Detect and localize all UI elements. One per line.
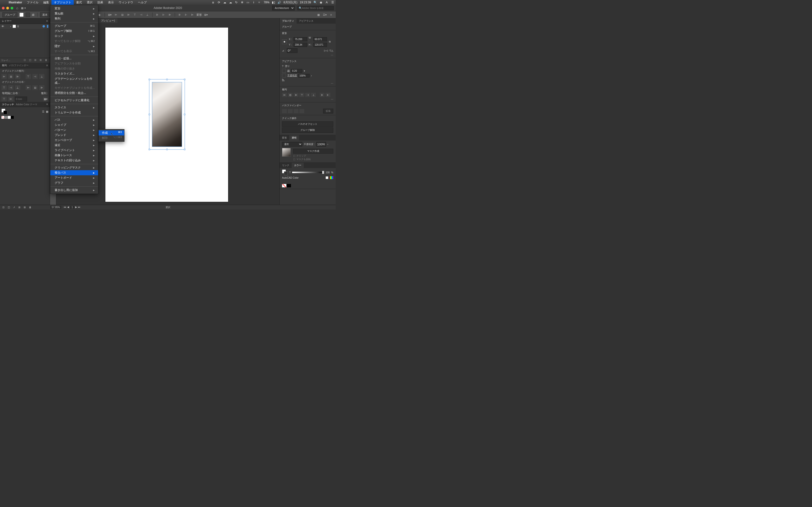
handle-t[interactable] [166,79,168,80]
al2[interactable]: ⊟ [288,93,293,97]
angle-input[interactable] [287,48,298,53]
menu-item[interactable]: グループ⌘G [50,23,98,29]
dist-t-btn[interactable]: ⊤ [1,85,7,90]
menubar-date[interactable]: 8月3日(月) [284,0,297,5]
align-right-icon[interactable]: ⊫ [126,12,131,17]
dist-r-btn[interactable]: ⊫ [39,85,45,90]
fill-stroke-swatch[interactable] [1,109,7,114]
new-layer-icon[interactable]: ⊞ [40,59,43,62]
expand-icon[interactable]: › [10,25,11,28]
menu-item[interactable]: グループ解除⇧⌘G [50,29,98,34]
menu-item[interactable]: ラスタライズ... [50,71,98,76]
menu-item[interactable]: グラフ▶ [50,180,98,185]
align-hcenter-icon[interactable]: ⊟ [120,12,124,17]
stroke-label[interactable]: 線 [287,69,290,72]
foot-i4[interactable]: ⊞ [18,206,22,209]
fill-swatch[interactable]: ? [19,12,24,17]
swatch-menu-icon[interactable]: ≡ [46,103,48,106]
dist-l-btn[interactable]: ⊨ [26,85,31,90]
target-icon[interactable] [43,25,45,27]
fan-icon[interactable]: ✲ [241,1,244,4]
workspace-select[interactable]: Architecture [272,6,295,10]
stock-search[interactable]: 🔍 [298,6,334,10]
spacing-input[interactable] [15,97,27,101]
color-fill-stroke[interactable] [282,169,288,175]
al8[interactable]: ⊩ [325,93,331,97]
align-to-btn[interactable]: ▦▾ [43,97,48,101]
transparency-thumb[interactable] [282,148,291,157]
opacity-input2[interactable] [298,74,310,77]
spotlight-icon[interactable]: 🔍 [313,1,317,4]
foot-trash-icon[interactable]: 🗑 [29,206,33,209]
basic-label[interactable]: 基本 [40,12,50,17]
dist4-icon[interactable]: ⊪ [177,12,182,17]
ungroup-button[interactable]: グループ解除 [282,127,333,133]
menu-item[interactable]: 遠近▶ [50,143,98,148]
handle-br[interactable] [184,149,185,150]
align-panel-header[interactable]: 整列 パスファインダー ≡ [0,63,50,68]
opacity-chip[interactable] [282,74,286,77]
search-input[interactable] [302,7,333,9]
menu-item[interactable]: ロック▶ [50,34,98,39]
al1[interactable]: ⊨ [282,93,287,97]
new-sublayer-icon[interactable]: ⊞ [34,59,38,62]
selected-object[interactable] [149,79,185,150]
transparency-tab[interactable]: 透明 [289,135,299,140]
menu-select[interactable]: 選択 [84,0,95,5]
properties-tab[interactable]: プロパティ [280,18,297,24]
close-icon[interactable] [2,7,5,9]
pf-minus[interactable] [288,109,293,113]
menu-item[interactable]: スライス▶ [50,105,98,110]
color-chip[interactable] [325,176,328,179]
dist-icon[interactable]: ⊪ [155,12,159,17]
menu-item[interactable]: 書き出し用に追加▶ [50,187,98,193]
swatch-white[interactable] [8,116,11,119]
menu-item[interactable]: アートボード▶ [50,175,98,180]
menu-item[interactable]: 重ね順▶ [50,11,98,16]
menu-effect[interactable]: 効果 [95,0,106,5]
handle-l[interactable] [149,114,150,115]
lock-ratio-icon[interactable]: ⧉ [329,40,331,43]
gradient-rect[interactable] [152,82,182,147]
visibility-icon[interactable]: 👁 [1,25,4,28]
zoom-icon[interactable] [11,7,13,9]
layer-row[interactable]: 👁 › 0 [0,24,50,29]
cloud2-icon[interactable]: ☁ [229,1,232,4]
stroke-weight-input[interactable] [291,69,302,73]
menu-item[interactable]: グラデーションメッシュを作成... [50,76,98,86]
menu-item[interactable]: エンベロープ▶ [50,137,98,143]
swatch-row[interactable] [1,116,48,119]
swatch-black[interactable] [11,116,14,119]
al5[interactable]: ⊣ [305,93,310,97]
blend-mode-select[interactable]: 通常 [282,142,302,147]
foot-i2[interactable]: ◫ [8,206,11,209]
menu-view[interactable]: 表示 [106,0,116,5]
menu-item[interactable]: テキストの回り込み▶ [50,158,98,163]
black-swatch[interactable] [287,184,291,187]
x-input[interactable] [294,37,307,41]
grid-view-icon[interactable]: ▦ [46,110,48,113]
pf-unite[interactable] [282,109,287,113]
menu-item[interactable]: 複合パス▶ [50,170,98,175]
first-artboard-icon[interactable]: ⏮ [64,206,66,209]
al4[interactable]: ⊤ [299,93,304,97]
h-input[interactable] [313,43,327,47]
appearance-tab[interactable]: アピアランス [297,18,316,24]
menu-item[interactable]: パターン▶ [50,127,98,132]
menu-item[interactable]: 画像トレース▶ [50,153,98,158]
dist3-icon[interactable]: ⊫ [168,12,172,17]
align-right-btn[interactable]: ⊫ [15,74,20,79]
menu-item[interactable]: ピクセルグリッドに最適化 [50,98,98,103]
menubar-time[interactable]: 19:23:39 [300,1,311,4]
color-tab[interactable]: カラー [292,163,304,168]
layers-panel-header[interactable]: レイヤー ≡ [0,18,50,24]
stroke-chip[interactable] [282,69,286,73]
transform-tab2[interactable]: 変形 [280,135,289,140]
next-artboard-icon[interactable]: ▶ [75,206,77,209]
dd-icon[interactable]: ▾ [304,69,305,72]
list-icon[interactable]: ☰▾ [323,12,327,17]
dist5-icon[interactable]: ⊩ [184,12,188,17]
ref-point-icon[interactable] [282,39,287,44]
minimize-icon[interactable] [6,7,9,9]
menu-item[interactable]: ライブペイント▶ [50,148,98,153]
